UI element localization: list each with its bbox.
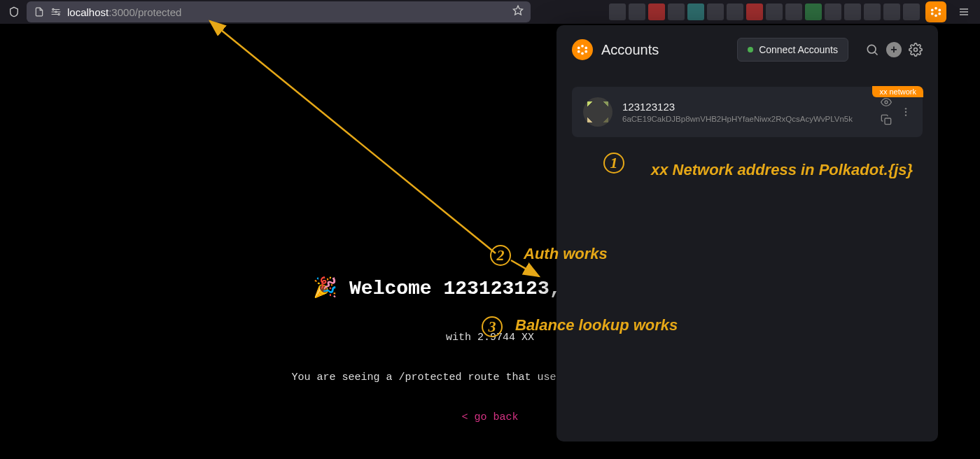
extension-icon[interactable]	[903, 3, 920, 20]
svg-rect-23	[885, 118, 891, 125]
account-card[interactable]: xx network 123123123 6aCE19CakDJBp8wnVHB…	[572, 87, 923, 137]
visibility-eye-icon[interactable]	[881, 97, 892, 110]
svg-line-20	[875, 52, 878, 55]
svg-point-4	[934, 7, 937, 10]
svg-point-21	[914, 48, 918, 52]
svg-point-18	[584, 50, 587, 53]
svg-point-13	[581, 45, 584, 48]
svg-point-14	[581, 52, 584, 55]
svg-point-9	[938, 13, 941, 15]
connect-accounts-button[interactable]: Connect Accounts	[737, 38, 848, 62]
extension-icon[interactable]	[648, 3, 665, 20]
bookmark-star-icon[interactable]	[512, 5, 524, 19]
svg-point-26	[905, 114, 906, 115]
balance-text: with 2.9744 XX	[446, 332, 534, 344]
browser-menu-icon[interactable]	[953, 6, 974, 17]
page-icon	[34, 3, 45, 20]
extension-icon[interactable]	[629, 3, 645, 20]
svg-point-7	[938, 9, 941, 12]
extension-icon[interactable]	[727, 3, 743, 20]
copy-address-icon[interactable]	[881, 114, 892, 127]
shield-icon[interactable]	[6, 3, 22, 20]
network-badge: xx network	[872, 86, 923, 97]
extension-icon[interactable]	[766, 3, 783, 20]
add-account-button[interactable]: +	[886, 42, 902, 57]
address-bar[interactable]: localhost:3000/protected	[27, 1, 531, 22]
search-icon[interactable]	[865, 42, 879, 57]
extension-icon[interactable]	[883, 3, 900, 20]
settings-gear-icon[interactable]	[909, 42, 923, 57]
svg-marker-3	[513, 6, 522, 15]
account-name: 123123123	[622, 101, 871, 113]
extension-header: Accounts Connect Accounts +	[572, 38, 923, 62]
svg-point-22	[885, 101, 888, 104]
extension-icon[interactable]	[844, 3, 861, 20]
extension-icon[interactable]	[825, 3, 841, 20]
account-menu-icon[interactable]	[900, 97, 911, 127]
svg-point-0	[52, 8, 54, 10]
extension-icon[interactable]	[609, 3, 626, 20]
svg-point-6	[931, 9, 934, 12]
account-address: 6aCE19CakDJBp8wnVHB2HpHYfaeNiwx2RxQcsAcy…	[622, 115, 871, 123]
browser-extensions-area	[609, 1, 974, 22]
svg-point-17	[578, 50, 580, 53]
polkadot-logo-icon	[572, 39, 593, 60]
extension-icon[interactable]	[707, 3, 724, 20]
go-back-link[interactable]: < go back	[461, 411, 518, 423]
svg-point-2	[58, 13, 59, 15]
svg-point-8	[931, 13, 934, 15]
permissions-icon[interactable]	[50, 3, 62, 20]
extension-icon[interactable]	[687, 3, 704, 20]
extension-icon[interactable]	[785, 3, 802, 20]
polkadot-extension-popup: Accounts Connect Accounts + xx network 1…	[556, 25, 938, 442]
extension-icon[interactable]	[668, 3, 685, 20]
browser-chrome: localhost:3000/protected	[0, 0, 980, 24]
account-identicon	[583, 97, 612, 127]
url-text: localhost:3000/protected	[67, 6, 507, 18]
polkadot-extension-icon[interactable]	[925, 1, 946, 22]
svg-point-1	[55, 11, 57, 13]
extension-title: Accounts	[601, 42, 659, 58]
extension-icon[interactable]	[805, 3, 822, 20]
svg-point-24	[905, 108, 906, 109]
svg-point-5	[934, 14, 937, 17]
svg-point-15	[578, 47, 580, 50]
status-dot-icon	[748, 47, 753, 52]
svg-point-25	[905, 111, 906, 113]
extension-icon[interactable]	[746, 3, 763, 20]
svg-point-16	[584, 47, 587, 50]
extension-icon[interactable]	[864, 3, 881, 20]
svg-point-19	[867, 45, 876, 53]
